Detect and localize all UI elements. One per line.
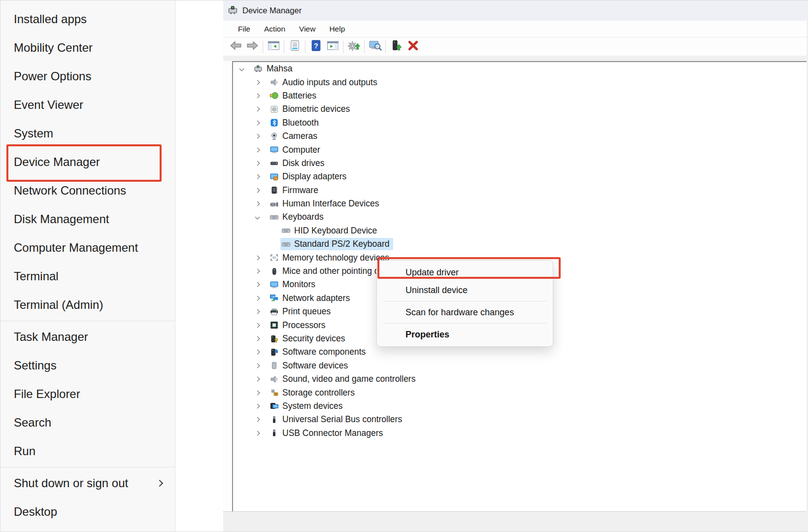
tree-item-mahsa[interactable]: Mahsa [233,62,807,75]
tree-item-keyboards[interactable]: Keyboards [233,210,807,224]
winx-item-device-manager[interactable]: Device Manager [0,148,175,176]
winx-item-system[interactable]: System [0,119,175,148]
winx-item-computer-management[interactable]: Computer Management [0,233,175,262]
toolbar-update-driver-button[interactable] [345,39,362,54]
tree-item-computer[interactable]: Computer [233,143,807,156]
chevron-right-icon[interactable] [254,189,269,192]
toolbar-back-button[interactable] [227,39,244,54]
tree-item-hid-keyboard-device[interactable]: HID Keyboard Device [233,224,807,237]
chevron-right-icon[interactable] [254,94,269,98]
winx-item-network-connections[interactable]: Network Connections [0,176,175,205]
chevron-right-icon[interactable] [254,432,269,435]
tree-item-disk-drives[interactable]: Disk drives [233,157,807,170]
toolbar-action-pane-button[interactable] [324,39,341,54]
context-menu-item-update-driver[interactable]: Update driver [377,264,553,281]
chevron-right-icon[interactable] [254,148,269,152]
chevron-right-icon[interactable] [254,283,269,286]
tree-item-display-adapters[interactable]: Display adapters [233,170,807,183]
winx-item-shut-down-or-sign-out[interactable]: Shut down or sign out [0,469,175,498]
menubar-item-file[interactable]: File [231,25,257,33]
chevron-right-icon[interactable] [254,269,269,273]
tree-item-batteries[interactable]: Batteries [233,89,807,102]
printer-icon [269,308,279,316]
chevron-right-icon[interactable] [254,121,269,125]
chevron-right-icon[interactable] [254,256,269,260]
chevron-right-icon[interactable] [254,337,269,340]
action-pane-icon [326,39,339,54]
help-icon: ? [309,39,323,54]
toolbar-uninstall-device-button[interactable] [404,39,421,54]
tree-item-label: USB Connector Managers [282,428,383,438]
chevron-right-icon[interactable] [254,107,269,111]
tree-item-storage-controllers[interactable]: Storage controllers [233,386,807,399]
chevron-right-icon[interactable] [254,377,269,381]
toolbar-divider [305,40,305,53]
toolbar-show-hide-console-tree-button[interactable] [265,39,282,54]
winx-item-power-options[interactable]: Power Options [0,62,175,91]
tree-item-bluetooth[interactable]: Bluetooth [233,116,807,130]
toolbar-forward-button[interactable] [244,39,261,54]
chevron-right-icon[interactable] [254,404,269,408]
winx-item-mobility-center[interactable]: Mobility Center [0,33,175,62]
chevron-right-icon[interactable] [254,162,269,165]
tree-item-label: Computer [282,145,320,155]
tree-item-audio-inputs-and-outputs[interactable]: Audio inputs and outputs [233,75,807,89]
chevron-down-icon[interactable] [238,67,253,70]
chevron-right-icon[interactable] [254,81,269,84]
device-manager-window: Device Manager FileActionViewHelp ? Mahs… [223,0,807,532]
tree-item-content: Universal Serial Bus controllers [269,413,405,426]
winx-item-label: Search [14,416,51,430]
chevron-right-icon[interactable] [254,324,269,327]
battery-icon [269,92,279,100]
tree-item-software-devices[interactable]: Software devices [233,359,807,372]
chevron-right-icon[interactable] [254,175,269,178]
winx-item-terminal[interactable]: Terminal [0,262,175,291]
winx-item-task-manager[interactable]: Task Manager [0,323,175,351]
menubar-item-action[interactable]: Action [257,25,292,33]
winx-item-search[interactable]: Search [0,408,175,437]
chevron-right-icon[interactable] [254,418,269,421]
menubar-item-help[interactable]: Help [322,25,352,33]
tree-item-usb-connector-managers[interactable]: USB Connector Managers [233,427,807,440]
tree-item-universal-serial-bus-controllers[interactable]: Universal Serial Bus controllers [233,413,807,426]
monitor-icon [269,281,279,289]
chevron-right-icon[interactable] [254,364,269,367]
context-menu-item-uninstall-device[interactable]: Uninstall device [377,281,553,299]
toolbar-properties-button[interactable] [286,39,303,54]
tree-item-content: Display adapters [269,170,350,183]
chevron-right-icon[interactable] [254,310,269,313]
show-hide-console-tree-icon [267,39,280,54]
chevron-right-icon[interactable] [254,202,269,205]
tree-item-human-interface-devices[interactable]: Human Interface Devices [233,197,807,210]
chevron-right-icon[interactable] [254,297,269,300]
tree-item-system-devices[interactable]: System devices [233,399,807,413]
context-menu-item-scan-for-hardware-changes[interactable]: Scan for hardware changes [377,303,553,321]
winx-item-label: Event Viewer [14,98,83,112]
update-driver-icon [347,39,361,54]
toolbar-update-device-button[interactable] [388,39,404,54]
tree-item-cameras[interactable]: Cameras [233,130,807,143]
winx-item-disk-management[interactable]: Disk Management [0,205,175,233]
chevron-right-icon[interactable] [254,134,269,138]
tree-item-biometric-devices[interactable]: Biometric devices [233,102,807,116]
tree-item-software-components[interactable]: Software components [233,345,807,359]
chevron-down-icon[interactable] [254,215,269,219]
winx-item-file-explorer[interactable]: File Explorer [0,380,175,408]
tree-item-standard-ps-2-keyboard[interactable]: Standard PS/2 Keyboard [233,237,807,251]
context-menu-item-properties[interactable]: Properties [377,326,553,343]
winx-item-run[interactable]: Run [0,437,175,466]
winx-item-installed-apps[interactable]: Installed apps [0,5,175,33]
menubar-item-view[interactable]: View [292,25,322,33]
window-title: Device Manager [242,6,302,15]
winx-item-desktop[interactable]: Desktop [0,498,175,526]
toolbar-help-button[interactable]: ? [307,39,324,54]
tree-item-firmware[interactable]: Firmware [233,184,807,197]
chevron-right-icon[interactable] [254,391,269,395]
memory-icon [269,254,279,262]
chevron-right-icon[interactable] [254,350,269,354]
winx-item-settings[interactable]: Settings [0,351,175,380]
winx-item-event-viewer[interactable]: Event Viewer [0,91,175,119]
tree-item-sound-video-and-game-controllers[interactable]: Sound, video and game controllers [233,372,807,386]
toolbar-scan-hardware-changes-button[interactable] [367,39,383,54]
winx-item-terminal-admin[interactable]: Terminal (Admin) [0,291,175,319]
